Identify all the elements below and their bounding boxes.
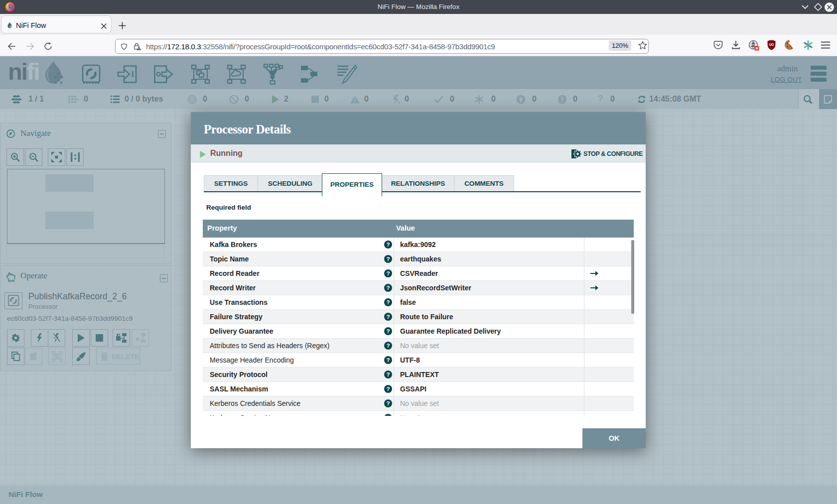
svg-text:UO: UO	[769, 43, 774, 46]
